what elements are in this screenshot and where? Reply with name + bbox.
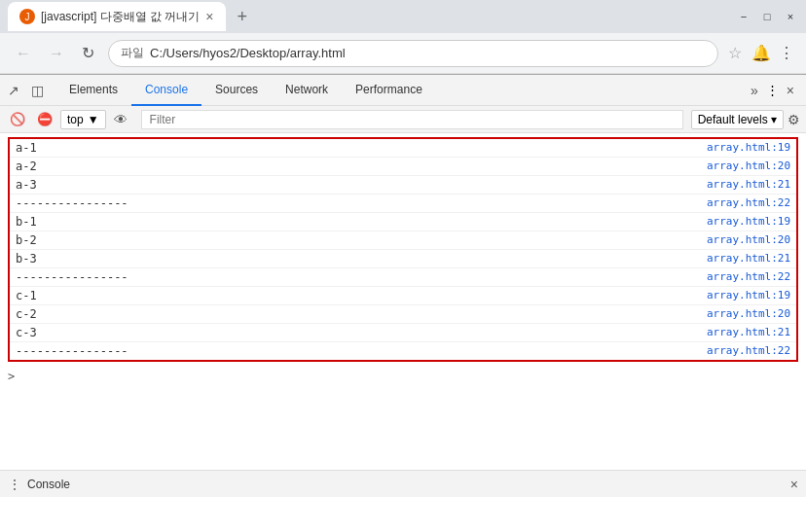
tab-sources[interactable]: Sources xyxy=(202,75,272,106)
prompt-arrow-icon: > xyxy=(8,370,15,383)
device-toolbar-icon[interactable]: ◫ xyxy=(27,81,48,100)
console-source-link[interactable]: array.html:21 xyxy=(707,326,790,338)
url-protocol-icon: 파일 xyxy=(121,45,144,61)
back-button[interactable]: ← xyxy=(12,41,35,66)
console-message: b-3 xyxy=(16,252,707,266)
console-source-link[interactable]: array.html:19 xyxy=(707,215,790,228)
forward-button[interactable]: → xyxy=(45,41,68,66)
console-filter-toggle[interactable]: ⛔ xyxy=(33,110,56,128)
console-message: b-1 xyxy=(16,215,707,229)
tab-favicon: J xyxy=(19,9,35,24)
minimize-button[interactable]: − xyxy=(736,9,751,24)
close-button[interactable]: × xyxy=(783,9,798,24)
table-row: c-2array.html:20 xyxy=(10,305,796,324)
tab-title: [javascript] 다중배열 값 꺼내기 xyxy=(41,9,200,25)
new-tab-button[interactable]: + xyxy=(230,7,256,27)
title-bar: J [javascript] 다중배열 값 꺼내기 × + − □ × xyxy=(0,0,806,33)
devtools-action-icons: ↗ ◫ xyxy=(4,81,48,100)
more-menu-icon[interactable]: ⋮ xyxy=(779,44,794,62)
toolbar-icons: 🔔 ⋮ xyxy=(751,44,794,62)
inspect-element-icon[interactable]: ↗ xyxy=(4,81,23,100)
console-settings-icon[interactable]: ⚙ xyxy=(788,112,800,127)
address-bar: ← → ↻ 파일 C:/Users/hyos2/Desktop/array.ht… xyxy=(0,33,806,74)
console-clear-button[interactable]: 🚫 xyxy=(6,110,29,128)
refresh-button[interactable]: ↻ xyxy=(78,40,98,66)
console-output-group: a-1array.html:19a-2array.html:20a-3array… xyxy=(8,137,798,362)
console-message: c-3 xyxy=(16,326,707,339)
console-source-link[interactable]: array.html:20 xyxy=(707,307,790,320)
console-context-selector[interactable]: top ▼ xyxy=(60,110,106,129)
console-message: c-2 xyxy=(16,307,707,321)
url-bar[interactable]: 파일 C:/Users/hyos2/Desktop/array.html xyxy=(108,40,718,67)
table-row: c-1array.html:19 xyxy=(10,287,796,305)
default-levels-selector[interactable]: Default levels ▾ xyxy=(691,110,784,129)
context-label: top xyxy=(67,113,84,126)
console-toolbar: 🚫 ⛔ top ▼ 👁 Default levels ▾ ⚙ xyxy=(0,106,806,133)
console-message: a-3 xyxy=(16,178,707,192)
console-message: a-2 xyxy=(16,160,707,173)
console-message: ---------------- xyxy=(16,196,707,210)
browser-tab[interactable]: J [javascript] 다중배열 값 꺼내기 × xyxy=(8,2,226,31)
table-row: a-2array.html:20 xyxy=(10,158,796,176)
status-menu-icon[interactable]: ⋮ xyxy=(8,477,21,492)
table-row: ----------------array.html:22 xyxy=(10,195,796,213)
table-row: ----------------array.html:22 xyxy=(10,342,796,360)
console-source-link[interactable]: array.html:21 xyxy=(707,252,790,265)
console-message: ---------------- xyxy=(16,270,707,284)
table-row: a-3array.html:21 xyxy=(10,176,796,195)
default-levels-label: Default levels ▾ xyxy=(698,113,777,126)
bookmark-button[interactable]: ☆ xyxy=(728,44,742,62)
console-source-link[interactable]: array.html:19 xyxy=(707,289,790,301)
devtools-tab-bar: ↗ ◫ Elements Console Sources Network Per… xyxy=(0,75,806,106)
console-source-link[interactable]: array.html:22 xyxy=(707,344,790,357)
restore-button[interactable]: □ xyxy=(759,9,775,24)
devtools-close-button[interactable]: × xyxy=(779,83,802,98)
devtools-more-tabs-icon[interactable]: » xyxy=(747,83,762,98)
console-message: b-2 xyxy=(16,233,707,247)
eye-icon[interactable]: 👁 xyxy=(110,112,131,127)
status-console-label: Console xyxy=(27,478,70,491)
tab-network[interactable]: Network xyxy=(272,75,342,106)
tab-console[interactable]: Console xyxy=(131,75,202,106)
status-close-button[interactable]: × xyxy=(790,477,798,492)
tab-performance[interactable]: Performance xyxy=(342,75,436,106)
console-prompt-row[interactable]: > xyxy=(0,366,806,387)
table-row: a-1array.html:19 xyxy=(10,139,796,158)
window-controls: − □ × xyxy=(736,9,798,24)
console-source-link[interactable]: array.html:19 xyxy=(707,141,790,154)
devtools-status-bar: ⋮ Console × xyxy=(0,470,806,497)
console-source-link[interactable]: array.html:20 xyxy=(707,233,790,246)
devtools-panel: ↗ ◫ Elements Console Sources Network Per… xyxy=(0,74,806,497)
table-row: b-3array.html:21 xyxy=(10,250,796,268)
context-dropdown-icon: ▼ xyxy=(88,113,99,126)
table-row: ----------------array.html:22 xyxy=(10,268,796,287)
console-source-link[interactable]: array.html:22 xyxy=(707,270,790,283)
notifications-icon[interactable]: 🔔 xyxy=(751,44,771,62)
console-message: ---------------- xyxy=(16,344,707,358)
table-row: b-1array.html:19 xyxy=(10,213,796,231)
tab-elements[interactable]: Elements xyxy=(55,75,131,106)
console-output: a-1array.html:19a-2array.html:20a-3array… xyxy=(0,133,806,470)
tab-close-button[interactable]: × xyxy=(205,9,213,24)
console-filter-input[interactable] xyxy=(141,110,683,129)
console-message: c-1 xyxy=(16,289,707,302)
table-row: b-2array.html:20 xyxy=(10,231,796,250)
console-source-link[interactable]: array.html:22 xyxy=(707,196,790,209)
console-message: a-1 xyxy=(16,141,707,155)
console-source-link[interactable]: array.html:21 xyxy=(707,178,790,191)
tab-bar: J [javascript] 다중배열 값 꺼내기 × + xyxy=(8,2,730,31)
url-text: C:/Users/hyos2/Desktop/array.html xyxy=(150,46,706,60)
console-source-link[interactable]: array.html:20 xyxy=(707,160,790,172)
table-row: c-3array.html:21 xyxy=(10,324,796,342)
devtools-vertical-more-icon[interactable]: ⋮ xyxy=(766,83,779,97)
